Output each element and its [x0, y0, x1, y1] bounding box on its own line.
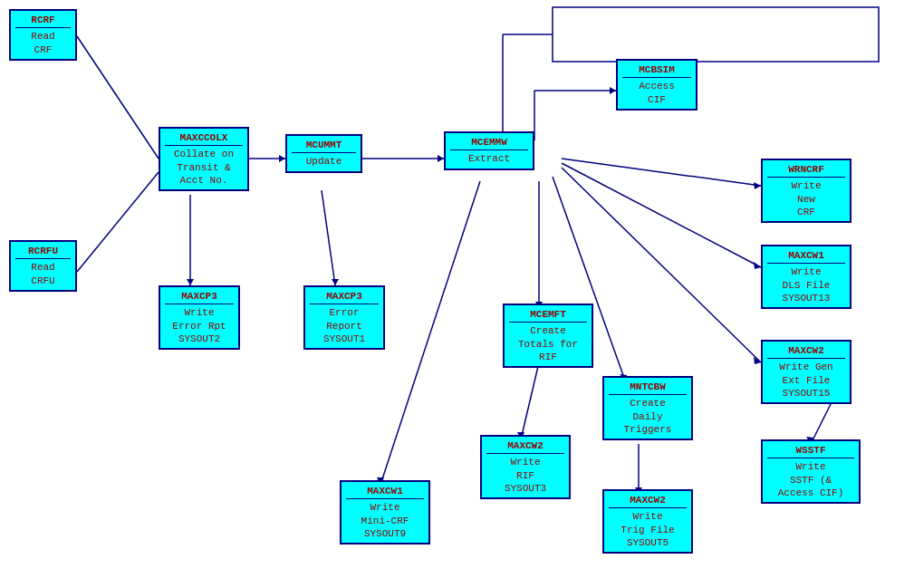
node-rcrfu-line2: CRFU — [15, 275, 71, 287]
diagram-container: RCRF Read CRF RCRFU Read CRFU MAXCCOLX C… — [0, 0, 914, 588]
svg-line-12 — [562, 159, 761, 186]
node-mcemmw-title: MCEMMW — [450, 136, 528, 150]
node-rcrfu-line1: Read — [15, 261, 71, 274]
node-rcrfu-title: RCRFU — [15, 245, 71, 259]
node-mcummt: MCUMMT Update — [285, 134, 362, 173]
node-wrncrf-title: WRNCRF — [767, 163, 845, 178]
node-mntcbw-line1: Create — [609, 397, 687, 410]
svg-line-26 — [322, 190, 335, 285]
node-maxcw2-trig-title: MAXCW2 — [609, 494, 687, 508]
node-maxcw1-minicrf-title: MAXCW1 — [346, 485, 424, 499]
svg-marker-11 — [610, 87, 616, 94]
node-mntcbw-line2: Daily — [609, 410, 687, 423]
node-mcemft-line3: RIF — [509, 351, 587, 363]
node-maxcw1-dls-title: MAXCW1 — [767, 249, 845, 264]
node-wsstf-line1: Write — [767, 460, 854, 473]
node-maxcw1-minicrf-line2: Mini-CRF — [346, 515, 424, 527]
node-maxcw1-dls-line3: SYSOUT13 — [767, 292, 845, 304]
node-wsstf-title: WSSTF — [767, 444, 854, 458]
node-maxcw1-minicrf: MAXCW1 Write Mini-CRF SYSOUT9 — [340, 480, 430, 545]
svg-line-0 — [77, 36, 159, 159]
node-mcbsim: MCBSIM Access CIF — [616, 59, 698, 111]
node-maxcw2-gen-line1: Write Gen — [767, 361, 845, 373]
svg-marker-13 — [754, 182, 761, 189]
node-mcbsim-line2: CIF — [622, 93, 691, 106]
node-maxcp3-2: MAXCP3 Error Report SYSOUT1 — [303, 285, 385, 350]
svg-marker-5 — [438, 155, 444, 162]
svg-marker-15 — [754, 262, 761, 269]
node-maxcp3-1: MAXCP3 Write Error Rpt SYSOUT2 — [159, 285, 240, 350]
node-rcrf-title: RCRF — [15, 14, 71, 28]
svg-line-14 — [562, 163, 761, 267]
node-mntcbw: MNTCBW Create Daily Triggers — [602, 376, 693, 440]
node-mntcbw-line3: Triggers — [609, 423, 687, 436]
node-maxcw2-trig-line3: SYSOUT5 — [609, 536, 687, 549]
svg-line-22 — [380, 181, 480, 485]
node-maxcw2-gen-line2: Ext File — [767, 374, 845, 387]
node-rcrfu: RCRFU Read CRFU — [9, 240, 77, 292]
node-maxcp3-2-line1: Error — [310, 306, 379, 319]
svg-line-28 — [521, 362, 539, 439]
svg-marker-17 — [754, 357, 761, 364]
node-maxcw2-rif: MAXCW2 Write RIF SYSOUT3 — [480, 435, 571, 499]
node-rcrf-line2: CRF — [15, 43, 71, 56]
node-mcbsim-line1: Access — [622, 80, 691, 92]
node-maxccolx: MAXCCOLX Collate on Transit & Acct No. — [159, 127, 249, 191]
node-wrncrf-line1: Write — [767, 179, 845, 192]
node-mcemft: MCEMFT Create Totals for RIF — [503, 304, 593, 368]
svg-rect-6 — [553, 7, 879, 62]
node-maxcp3-2-title: MAXCP3 — [310, 290, 379, 304]
node-maxcp3-1-line1: Write — [165, 306, 234, 319]
svg-marker-25 — [187, 279, 194, 285]
node-maxcw1-dls: MAXCW1 Write DLS File SYSOUT13 — [761, 245, 851, 309]
node-maxcp3-2-line3: SYSOUT1 — [310, 333, 379, 345]
node-maxcw2-gen-line3: SYSOUT15 — [767, 387, 845, 400]
node-maxcw1-dls-line2: DLS File — [767, 279, 845, 292]
node-maxcw2-rif-title: MAXCW2 — [486, 439, 564, 454]
node-maxcw2-gen: MAXCW2 Write Gen Ext File SYSOUT15 — [761, 340, 851, 404]
node-maxcw2-gen-title: MAXCW2 — [767, 344, 845, 359]
node-mcemmw-line1: Extract — [450, 152, 528, 165]
node-maxcp3-1-line2: Error Rpt — [165, 320, 234, 333]
node-wsstf-line2: SSTF (& — [767, 474, 854, 487]
node-maxcw2-trig: MAXCW2 Write Trig File SYSOUT5 — [602, 489, 693, 554]
node-rcrf: RCRF Read CRF — [9, 9, 77, 61]
node-mcemft-title: MCEMFT — [509, 308, 587, 323]
svg-line-1 — [77, 172, 159, 272]
node-maxccolx-line3: Acct No. — [165, 174, 243, 187]
node-mcemft-line2: Totals for — [509, 338, 587, 351]
node-maxcp3-1-title: MAXCP3 — [165, 290, 234, 304]
node-wrncrf-line3: CRF — [767, 206, 845, 218]
node-wrncrf: WRNCRF Write New CRF — [761, 159, 851, 223]
node-maxcp3-2-line2: Report — [310, 320, 379, 333]
node-wrncrf-line2: New — [767, 193, 845, 206]
node-maxcp3-1-line3: SYSOUT2 — [165, 333, 234, 345]
node-maxcw2-rif-line1: Write — [486, 456, 564, 468]
svg-marker-3 — [279, 155, 285, 162]
node-mntcbw-title: MNTCBW — [609, 381, 687, 395]
node-mcemft-line1: Create — [509, 324, 587, 337]
node-mcummt-title: MCUMMT — [292, 139, 356, 153]
node-mcummt-line1: Update — [292, 155, 356, 168]
node-mcemmw: MCEMMW Extract — [444, 131, 534, 170]
node-maxcw2-rif-line3: SYSOUT3 — [486, 482, 564, 495]
node-maxccolx-line1: Collate on — [165, 148, 243, 160]
node-maxcw2-trig-line1: Write — [609, 510, 687, 523]
svg-marker-27 — [332, 279, 339, 285]
node-wsstf: WSSTF Write SSTF (& Access CIF) — [761, 439, 861, 504]
node-maxcw1-minicrf-line1: Write — [346, 501, 424, 514]
node-maxccolx-line2: Transit & — [165, 161, 243, 174]
node-mcbsim-title: MCBSIM — [622, 63, 691, 78]
node-maxcw2-trig-line2: Trig File — [609, 524, 687, 536]
node-maxcw1-dls-line1: Write — [767, 265, 845, 278]
node-maxccolx-title: MAXCCOLX — [165, 131, 243, 146]
node-maxcw2-rif-line2: RIF — [486, 469, 564, 482]
node-maxcw1-minicrf-line3: SYSOUT9 — [346, 527, 424, 540]
node-rcrf-line1: Read — [15, 30, 71, 43]
node-wsstf-line3: Access CIF) — [767, 487, 854, 499]
